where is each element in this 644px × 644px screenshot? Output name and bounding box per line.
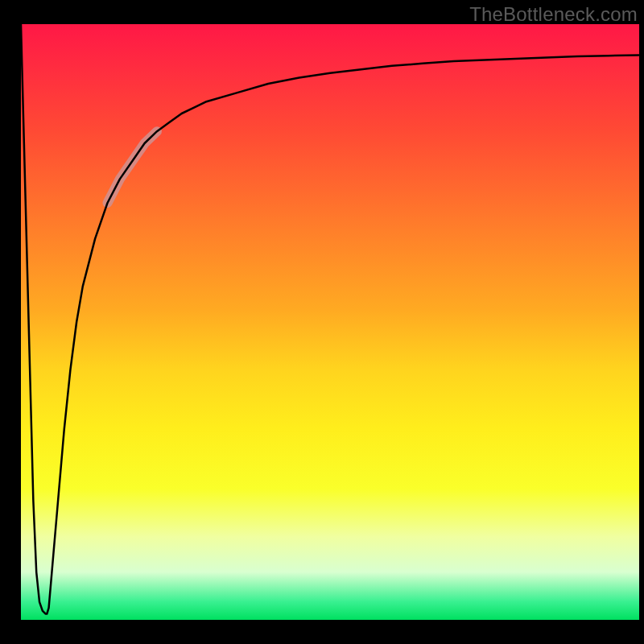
plot-area [21,24,639,620]
watermark-text: TheBottleneck.com [469,3,638,26]
chart-container: TheBottleneck.com [0,0,644,644]
